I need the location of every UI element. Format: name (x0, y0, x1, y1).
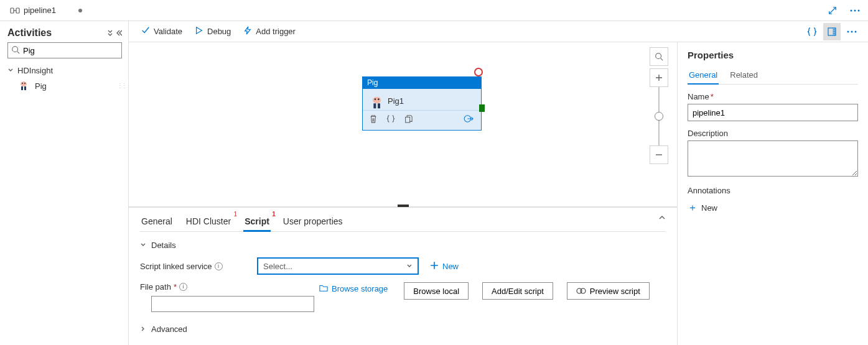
pipeline-name-input[interactable] (688, 104, 858, 121)
lightning-icon (243, 26, 252, 37)
pipeline-description-input[interactable] (688, 140, 858, 177)
folder-icon (319, 283, 328, 294)
editor-tab-pipeline1[interactable]: pipeline1 (5, 3, 87, 18)
svg-point-14 (851, 30, 853, 32)
pipeline-canvas[interactable]: Pig Pig1 (129, 42, 677, 206)
filepath-input[interactable] (151, 296, 314, 312)
svg-point-16 (373, 97, 381, 104)
code-view-button[interactable] (803, 23, 821, 40)
svg-rect-0 (11, 8, 14, 13)
debug-button[interactable]: Debug (190, 24, 236, 39)
svg-point-13 (847, 30, 849, 32)
editor-tab-title: pipeline1 (24, 6, 56, 15)
breakpoint-icon[interactable] (474, 68, 483, 76)
delete-node-button[interactable] (369, 114, 378, 125)
validate-button[interactable]: Validate (136, 24, 187, 39)
collapse-sidebar-button[interactable] (107, 30, 122, 36)
warning-count-badge: 1 (272, 211, 276, 218)
svg-rect-10 (24, 86, 26, 90)
warning-count-badge: 1 (234, 211, 238, 218)
plus-icon (430, 261, 439, 272)
name-label: Name (688, 92, 709, 101)
zoom-out-button[interactable] (650, 145, 668, 164)
node-header: Pig (362, 76, 482, 89)
annotations-label: Annotations (688, 186, 730, 195)
pipeline-toolbar: Validate Debug Add trigger (129, 21, 868, 42)
svg-point-18 (378, 98, 380, 100)
detail-tab-general[interactable]: General (140, 211, 174, 231)
info-icon[interactable]: i (179, 283, 187, 291)
svg-point-7 (22, 83, 23, 84)
pipeline-icon (10, 6, 20, 16)
category-hdinsight[interactable]: HDInsight (7, 63, 122, 78)
activity-detail-panel: General HDI Cluster1 Script1 User proper… (129, 207, 677, 345)
activities-title: Activities (7, 27, 52, 39)
toolbar-more-button[interactable] (843, 23, 861, 40)
linked-service-label: Script linked service (140, 262, 212, 271)
node-code-button[interactable] (386, 114, 395, 125)
activity-node-pig[interactable]: Pig Pig1 (362, 76, 482, 131)
drag-handle-icon: ⋮⋮ (117, 85, 122, 87)
filepath-label: File path (140, 282, 171, 292)
chevron-down-icon (406, 262, 413, 271)
svg-point-2 (851, 9, 852, 11)
pig-activity-icon (19, 80, 30, 91)
open-node-button[interactable] (464, 114, 475, 125)
linked-service-select[interactable]: Select... (257, 257, 419, 275)
detail-tab-user[interactable]: User properties (282, 211, 344, 231)
chevron-down-icon (7, 66, 14, 75)
svg-point-15 (855, 30, 857, 32)
chevron-right-icon (140, 324, 146, 334)
eye-icon (576, 287, 586, 296)
zoom-slider-handle[interactable] (655, 112, 663, 121)
pig-activity-icon (370, 95, 381, 106)
svg-rect-21 (406, 117, 410, 122)
svg-rect-1 (16, 8, 19, 13)
tab-more-button[interactable] (847, 2, 863, 19)
browse-local-button[interactable]: Browse local (404, 282, 469, 300)
node-output-port[interactable] (479, 104, 485, 112)
editor-tab-strip: pipeline1 (0, 0, 868, 21)
properties-toggle-button[interactable] (823, 23, 841, 40)
activity-item-pig[interactable]: Pig ⋮⋮ (7, 78, 122, 94)
svg-rect-20 (378, 103, 380, 108)
debug-label: Debug (207, 27, 231, 36)
zoom-slider[interactable] (658, 87, 660, 145)
collapse-detail-button[interactable] (658, 214, 666, 223)
fit-view-button[interactable] (650, 47, 668, 66)
svg-point-6 (21, 81, 27, 86)
zoom-in-button[interactable] (650, 68, 668, 87)
info-icon[interactable]: i (215, 262, 223, 270)
browse-storage-button[interactable]: Browse storage (317, 282, 390, 295)
add-edit-script-button[interactable]: Add/Edit script (482, 282, 553, 300)
add-trigger-button[interactable]: Add trigger (238, 24, 301, 39)
trigger-label: Add trigger (256, 27, 296, 36)
detail-tab-script[interactable]: Script1 (243, 211, 271, 231)
plus-icon: ＋ (688, 201, 698, 214)
new-annotation-button[interactable]: ＋ New (688, 200, 858, 216)
activities-search-input[interactable] (7, 42, 122, 58)
svg-point-5 (12, 47, 18, 52)
svg-point-4 (858, 9, 860, 11)
chevron-down-icon (140, 241, 146, 250)
node-name: Pig1 (388, 96, 404, 106)
properties-tab-related[interactable]: Related (729, 67, 759, 84)
svg-point-25 (581, 288, 586, 293)
svg-point-3 (854, 9, 856, 11)
properties-tab-general[interactable]: General (688, 67, 719, 85)
search-icon (11, 45, 20, 56)
play-icon (195, 26, 203, 37)
detail-section-details[interactable]: Details (140, 232, 666, 254)
new-linked-service-button[interactable]: New (430, 261, 459, 272)
preview-script-button[interactable]: Preview script (567, 282, 650, 300)
expand-view-button[interactable] (824, 2, 841, 19)
svg-point-23 (656, 53, 661, 59)
svg-rect-9 (21, 86, 23, 90)
clone-node-button[interactable] (404, 114, 413, 125)
activities-sidebar: Activities HDInsight (0, 21, 129, 345)
detail-tab-hdi[interactable]: HDI Cluster1 (185, 211, 232, 231)
activity-item-label: Pig (35, 81, 47, 91)
detail-section-advanced[interactable]: Advanced (140, 316, 666, 338)
validate-label: Validate (154, 27, 182, 36)
category-label: HDInsight (17, 66, 53, 75)
